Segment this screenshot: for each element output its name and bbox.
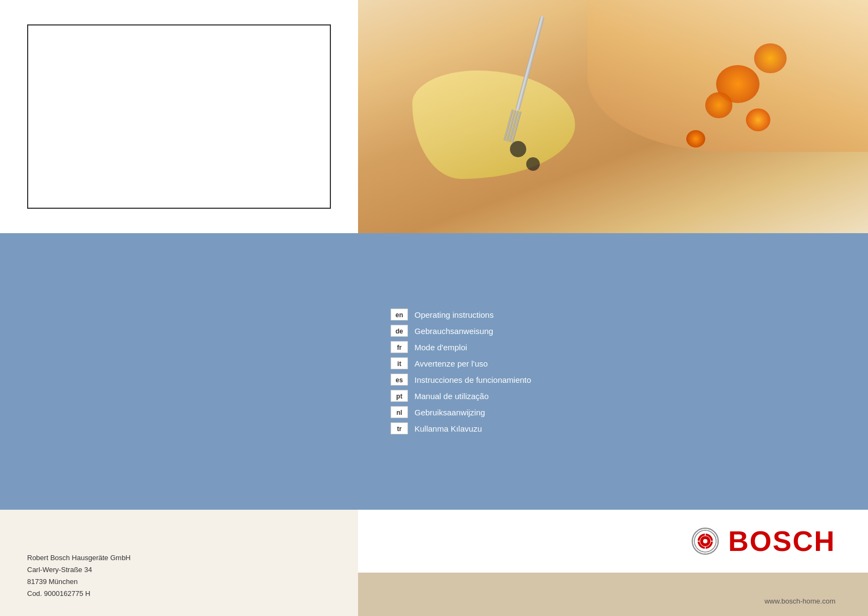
left-bottom-area: Robert Bosch Hausgeräte GmbH Carl-Wery-S… (0, 510, 358, 616)
right-panel: enOperating instructionsdeGebrauchsanwei… (358, 0, 868, 616)
language-list-area: enOperating instructionsdeGebrauchsanwei… (358, 233, 868, 510)
olive-2 (526, 157, 540, 171)
language-list: enOperating instructionsdeGebrauchsanwei… (391, 309, 531, 434)
lang-label-en: Operating instructions (414, 310, 494, 319)
company-name: Robert Bosch Hausgeräte GmbH (27, 552, 331, 564)
company-info-block: Robert Bosch Hausgeräte GmbH Carl-Wery-S… (27, 552, 331, 600)
olive-1 (510, 141, 526, 157)
language-item-es: esInstrucciones de funcionamiento (391, 374, 531, 386)
left-panel: Robert Bosch Hausgeräte GmbH Carl-Wery-S… (0, 0, 358, 616)
lang-code-it: it (391, 357, 408, 369)
lang-code-pt: pt (391, 390, 408, 402)
food-blob-3 (705, 92, 732, 118)
bosch-circle-icon (691, 527, 719, 555)
food-photo-area (358, 0, 868, 233)
lang-code-tr: tr (391, 422, 408, 434)
lang-code-en: en (391, 309, 408, 320)
language-item-fr: frMode d'emploi (391, 341, 531, 353)
lang-label-pt: Manual de utilização (414, 392, 489, 401)
company-city: 81739 München (27, 576, 331, 588)
lang-label-nl: Gebruiksaanwijzing (414, 408, 485, 417)
website-label: www.bosch-home.com (764, 597, 835, 605)
lang-code-de: de (391, 325, 408, 337)
lang-label-tr: Kullanma Kılavuzu (414, 424, 482, 433)
placeholder-rectangle (27, 24, 331, 209)
right-bottom-strip: www.bosch-home.com (358, 573, 868, 616)
bosch-brand-name: BOSCH (728, 525, 835, 557)
left-top-area (0, 0, 358, 233)
food-blob-4 (746, 108, 770, 131)
language-item-tr: trKullanma Kılavuzu (391, 422, 531, 434)
lang-label-de: Gebrauchsanweisung (414, 326, 493, 336)
bosch-logo-area: BOSCH (358, 510, 868, 573)
left-blue-strip (0, 233, 358, 510)
lang-code-es: es (391, 374, 408, 386)
company-street: Carl-Wery-Straße 34 (27, 564, 331, 576)
lang-label-it: Avvertenze per l'uso (414, 359, 488, 368)
svg-point-4 (703, 539, 707, 543)
food-background (358, 0, 868, 233)
food-blob-5 (686, 130, 705, 147)
language-item-de: deGebrauchsanweisung (391, 325, 531, 337)
language-item-nl: nlGebruiksaanwijzing (391, 406, 531, 418)
lang-code-nl: nl (391, 406, 408, 418)
company-code: Cod. 9000162775 H (27, 588, 331, 600)
food-blob-2 (754, 43, 787, 73)
lang-code-fr: fr (391, 341, 408, 353)
language-item-en: enOperating instructions (391, 309, 531, 320)
lang-label-fr: Mode d'emploi (414, 343, 467, 352)
language-item-it: itAvvertenze per l'uso (391, 357, 531, 369)
language-item-pt: ptManual de utilização (391, 390, 531, 402)
lang-label-es: Instrucciones de funcionamiento (414, 375, 531, 384)
